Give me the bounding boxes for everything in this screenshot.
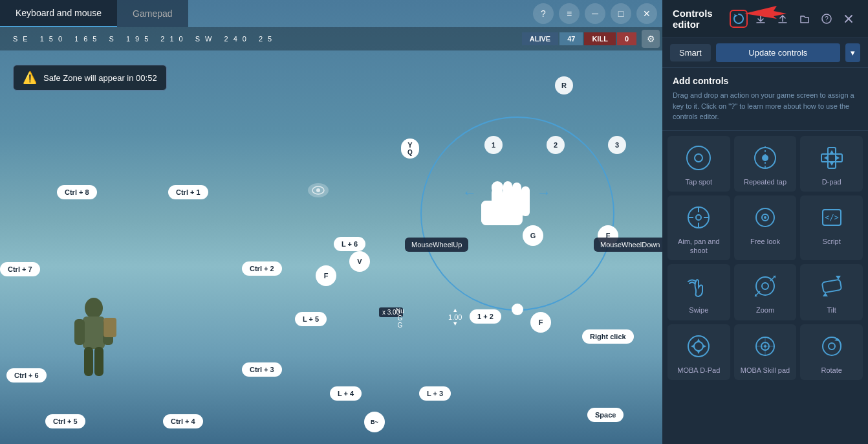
menu-button[interactable]: ≡ [559,3,580,24]
gear-icon[interactable]: ⚙ [642,30,660,48]
zoom-icon [751,272,779,300]
svg-point-37 [696,215,701,220]
svg-rect-6 [492,181,503,194]
control-d-pad[interactable]: D-pad [800,136,863,192]
panel-title: Controls editor [673,8,730,30]
close-button[interactable]: ✕ [636,3,657,24]
control-moba-skill-pad[interactable]: MOBA Skill pad [734,324,797,380]
control-moba-d-pad[interactable]: MOBA D-Pad [667,324,730,380]
update-controls-button[interactable]: Update controls [716,43,840,62]
alive-label: ALIVE [522,32,558,45]
nu-gg: Nu G G [396,307,404,329]
safe-zone-text: Safe Zone will appear in 00:52 [43,73,157,83]
repeated-tap-label: Repeated tap [744,177,787,186]
dropdown-arrow-button[interactable]: ▾ [845,43,860,62]
visibility-icon [308,183,329,197]
key-ctrl1: Ctrl + 1 [168,185,208,199]
svg-rect-14 [94,347,103,376]
svg-marker-29 [830,162,834,166]
svg-rect-15 [103,318,116,337]
num-3: 3 [608,136,626,154]
alive-value: 47 [559,32,583,45]
svg-point-64 [829,343,835,350]
free-look-label: Free look [750,237,780,246]
svg-marker-55 [697,350,700,354]
add-controls-desc: Drag and drop an action on your game scr… [673,90,858,122]
panel-header: Controls editor [662,0,868,38]
key-ctrl6: Ctrl + 6 [6,368,47,383]
control-free-look[interactable]: Free look [734,195,797,261]
control-rotate[interactable]: Rotate [800,324,863,380]
minimize-button[interactable]: ─ [585,3,605,24]
tilt-icon [818,272,846,300]
key-l3: L + 3 [419,386,451,401]
moba-skill-pad-label: MOBA Skill pad [741,366,790,375]
control-zoom[interactable]: Zoom [734,264,797,320]
help-button[interactable]: ? [533,3,554,24]
compass: SE 150 165 S 195 210 SW 240 25 [0,35,522,43]
refresh-button[interactable] [730,10,748,28]
svg-point-8 [316,188,320,192]
control-repeated-tap[interactable]: Repeated tap [734,136,797,192]
script-label: Script [823,237,841,246]
control-tap-spot[interactable]: Tap spot [667,136,730,192]
key-l4: L + 4 [330,386,362,401]
script-icon: </> [818,203,846,232]
key-right-click: Right click [582,329,634,344]
kill-label: KILL [584,32,615,45]
key-f-1: F [316,265,336,286]
num-2: 2 [547,136,565,154]
control-script[interactable]: </> Script [800,195,863,261]
key-ctrl8: Ctrl + 8 [57,185,97,199]
tabs: Keyboard and mouse Gamepad [0,0,188,27]
key-l6: L + 6 [334,237,365,251]
grid-row-2: Aim, pan and shoot Free look </> [667,195,863,261]
hand-cursor-icon [472,162,537,227]
key-ctrl7: Ctrl + 7 [0,262,40,276]
key-y-q: Y Q [401,139,419,159]
upload-button[interactable] [774,10,792,28]
svg-point-53 [694,342,703,351]
key-mousewheel-up: MouseWheelUp [405,238,468,252]
num-1: 1 [484,136,503,154]
key-1-plus-2: 1 + 2 [470,309,501,324]
key-l5: L + 5 [295,312,327,326]
zoom-label: Zoom [756,305,774,315]
key-ctrl3: Ctrl + 3 [242,362,282,377]
arrow-right-icon: → [537,184,551,201]
hud-bar: SE 150 165 S 195 210 SW 240 25 ALIVE 47 … [0,27,662,50]
folder-button[interactable] [796,10,814,28]
svg-text:</>: </> [825,213,839,222]
panel-help-button[interactable]: ? [818,10,836,28]
arrow-left-icon: ← [462,184,477,201]
grid-row-1: Tap spot Repeated tap [667,136,863,192]
add-controls-section: Add controls Drag and drop an action on … [662,68,868,131]
free-look-icon [751,203,779,232]
tap-spot-label: Tap spot [686,177,713,186]
key-ctrl5: Ctrl + 5 [45,414,85,428]
add-controls-title: Add controls [673,76,858,86]
maximize-button[interactable]: □ [611,3,631,24]
character [65,292,123,383]
mult-arrows: ▲ 1.00 ▼ [445,307,465,327]
panel-close-button[interactable] [840,10,858,28]
control-swipe[interactable]: Swipe [667,264,730,320]
svg-point-21 [687,146,710,170]
tab-gamepad[interactable]: Gamepad [117,0,188,27]
aim-pan-shoot-icon [684,203,713,232]
rotate-icon [818,332,846,361]
smart-label[interactable]: Smart [670,44,711,61]
control-tilt[interactable]: Tilt [800,264,863,320]
svg-point-44 [762,283,768,289]
num-r: R [555,76,573,94]
icon-area [730,10,748,28]
moba-d-pad-icon [684,332,713,361]
rotate-label: Rotate [821,366,841,375]
download-button[interactable] [752,10,770,28]
tab-keyboard-mouse[interactable]: Keyboard and mouse [0,0,117,27]
control-aim-pan-shoot[interactable]: Aim, pan and shoot [667,195,730,261]
svg-marker-56 [691,344,695,348]
moba-skill-pad-icon [751,332,779,361]
key-ctrl2: Ctrl + 2 [242,261,282,276]
svg-marker-28 [830,150,834,153]
